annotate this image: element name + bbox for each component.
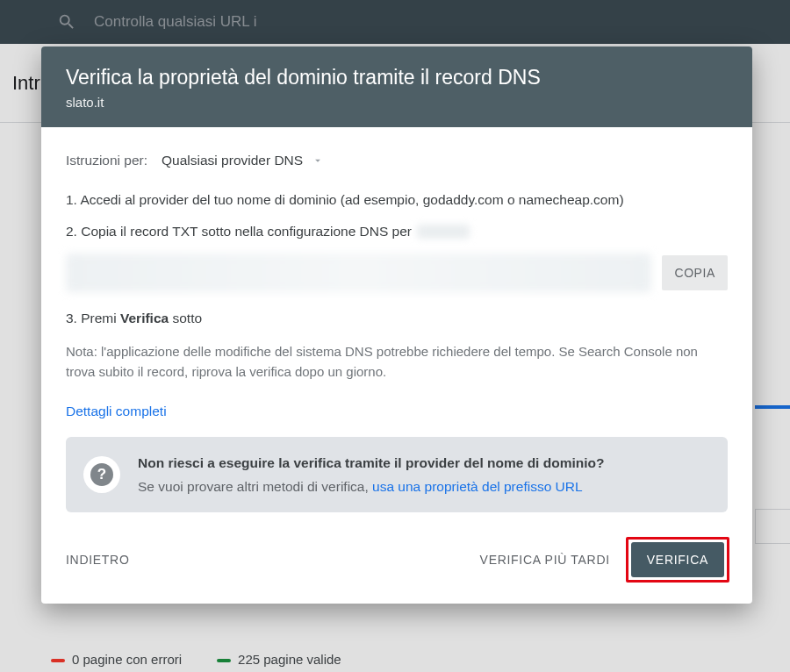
stat-errors-text: 0 pagine con errori	[72, 652, 182, 667]
verify-highlight: VERIFICA	[626, 537, 729, 583]
info-text: Non riesci a eseguire la verifica tramit…	[138, 453, 710, 497]
step-3-suffix: sotto	[169, 311, 202, 325]
step-3-bold: Verifica	[120, 311, 169, 325]
dialog-body: Istruzioni per: Qualsiasi provider DNS 1…	[41, 127, 752, 518]
valid-indicator-icon	[217, 659, 231, 662]
dropdown-icon	[312, 154, 324, 167]
step-2: 2. Copia il record TXT sotto nella confi…	[66, 221, 728, 241]
step-3-prefix: 3. Premi	[66, 311, 120, 325]
redacted-domain	[417, 225, 470, 239]
dns-provider-select[interactable]: Qualsiasi provider DNS	[162, 150, 324, 170]
instructions-for-row: Istruzioni per: Qualsiasi provider DNS	[66, 150, 728, 170]
url-prefix-link[interactable]: usa una proprietà del prefisso URL	[372, 479, 583, 494]
txt-record-row: COPIA	[66, 254, 728, 292]
verify-later-button[interactable]: VERIFICA PIÙ TARDI	[480, 553, 610, 567]
step-2-text: 2. Copia il record TXT sotto nella confi…	[66, 224, 412, 239]
dns-verify-dialog: Verifica la proprietà del dominio tramit…	[41, 46, 752, 604]
details-link[interactable]: Dettagli completi	[66, 401, 167, 421]
help-icon-wrapper: ?	[83, 456, 120, 493]
coverage-stats: 0 pagine con errori 225 pagine valide	[51, 652, 341, 667]
dialog-subtitle: slato.it	[66, 95, 728, 110]
error-indicator-icon	[51, 659, 65, 662]
dns-provider-selected: Qualsiasi provider DNS	[162, 150, 303, 170]
info-box: ? Non riesci a eseguire la verifica tram…	[66, 437, 728, 512]
back-button[interactable]: INDIETRO	[66, 553, 130, 567]
info-title: Non riesci a eseguire la verifica tramit…	[138, 453, 710, 473]
step-3: 3. Premi Verifica sotto	[66, 308, 728, 328]
help-icon: ?	[90, 463, 113, 486]
dialog-header: Verifica la proprietà del dominio tramit…	[41, 46, 752, 127]
instructions-label: Istruzioni per:	[66, 150, 147, 170]
txt-record-value	[66, 254, 651, 292]
copy-button[interactable]: COPIA	[662, 255, 728, 290]
stat-valid-text: 225 pagine valide	[238, 652, 341, 667]
step-1: 1. Accedi al provider del tuo nome di do…	[66, 189, 728, 210]
stat-errors: 0 pagine con errori	[51, 652, 182, 667]
info-subtitle-prefix: Se vuoi provare altri metodi di verifica…	[138, 479, 372, 494]
dialog-title: Verifica la proprietà del dominio tramit…	[66, 66, 728, 89]
dialog-footer: INDIETRO VERIFICA PIÙ TARDI VERIFICA	[41, 518, 752, 604]
stat-valid: 225 pagine valide	[217, 652, 341, 667]
note-text: Nota: l'applicazione delle modifiche del…	[66, 342, 728, 382]
info-subtitle: Se vuoi provare altri metodi di verifica…	[138, 476, 710, 497]
verify-button[interactable]: VERIFICA	[631, 542, 724, 577]
